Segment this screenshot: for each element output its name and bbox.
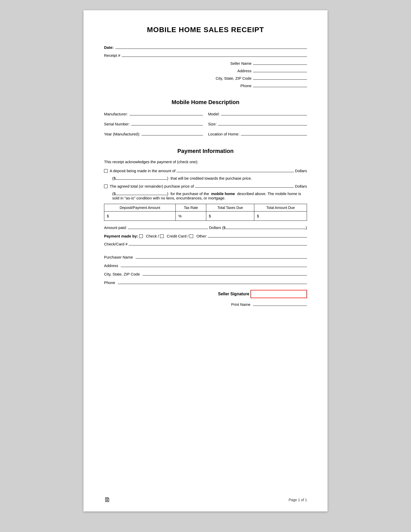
deposit-credit-text: that will be credited towards the purcha…	[171, 176, 252, 180]
amount-paid-suffix: Dollars ($	[209, 225, 226, 230]
agreed-purchase-row: ($) for the purchase of the mobile home …	[112, 190, 307, 200]
amount-paid-close: )	[306, 225, 307, 230]
page-title: MOBILE HOME SALES RECEIPT	[104, 26, 307, 34]
size-field[interactable]	[218, 121, 307, 125]
purchaser-city-label: City, State, ZIP Code	[104, 272, 140, 276]
seller-name-label: Seller Name	[230, 61, 251, 66]
seller-city-label: City, State, ZIP Code	[216, 76, 251, 80]
manufacturer-label: Manufacturer:	[104, 112, 128, 116]
seller-sig-row: Seller Signature	[218, 290, 307, 298]
check-card-row: Check/Card #	[104, 241, 307, 246]
seller-address-label: Address	[237, 69, 251, 73]
size-row: Size:	[208, 121, 307, 126]
description-grid: Manufacturer: Model: Serial Number: Size…	[104, 111, 307, 139]
checkcard-field[interactable]	[129, 241, 307, 245]
model-label: Model:	[208, 112, 220, 116]
date-label: Date:	[104, 45, 114, 50]
agreed-checkbox-row: The agreed total (or remainder) purchase…	[104, 183, 307, 188]
deposit-checkbox[interactable]	[104, 169, 108, 173]
print-name-row: Print Name	[231, 301, 307, 307]
table-cell-deposit[interactable]: $	[104, 212, 176, 221]
mobile-home-section-header: Mobile Home Description	[104, 99, 307, 106]
print-name-label: Print Name	[231, 302, 250, 307]
deposit-credit-row: ($) that will be credited towards the pu…	[112, 175, 307, 180]
purchaser-phone-row: Phone	[104, 279, 307, 285]
agreed-dollar-field[interactable]	[116, 190, 167, 195]
table-col4-header: Total Amount Due	[254, 204, 307, 212]
serial-row: Serial Number:	[104, 121, 203, 126]
dollar-open2: ($	[112, 191, 116, 196]
receipt-field[interactable]	[122, 52, 307, 57]
seller-phone-field[interactable]	[253, 82, 307, 87]
deposit-dollar-field[interactable]	[116, 175, 167, 180]
year-row: Year (Manufactured):	[104, 131, 203, 136]
location-row: Location of Home:	[208, 131, 307, 136]
footer: 🗎 Page 1 of 1	[104, 496, 307, 504]
table-cell-total[interactable]: $	[254, 212, 307, 221]
serial-field[interactable]	[131, 121, 203, 125]
purchaser-section: Purchaser Name Address City, State, ZIP …	[104, 254, 307, 285]
purchaser-name-field[interactable]	[136, 254, 307, 259]
checkcard-label: Check/Card #	[104, 242, 128, 246]
date-row: Date:	[104, 44, 307, 50]
mobile-home-bold-text: mobile home	[211, 191, 235, 196]
amount-paid-dollar-field[interactable]	[226, 224, 306, 229]
model-row: Model:	[208, 111, 307, 116]
purchaser-address-label: Address	[104, 263, 118, 268]
year-label: Year (Manufactured):	[104, 132, 140, 136]
check-label: Check /	[146, 234, 159, 238]
seller-section: Seller Name Address City, State, ZIP Cod…	[104, 60, 307, 90]
year-field[interactable]	[142, 131, 203, 135]
manufacturer-row: Manufacturer:	[104, 111, 203, 116]
location-field[interactable]	[241, 131, 307, 135]
other-field[interactable]	[208, 233, 307, 237]
table-cell-tax[interactable]: %	[176, 212, 206, 221]
deposit-checkbox-row: A deposit being made in the amount of Do…	[104, 168, 307, 173]
purchaser-city-field[interactable]	[143, 271, 307, 276]
date-field[interactable]	[115, 44, 307, 49]
seller-city-field[interactable]	[253, 75, 307, 80]
seller-phone-label: Phone	[240, 84, 251, 88]
other-label: Other:	[196, 234, 207, 238]
purchaser-phone-field[interactable]	[118, 279, 307, 284]
table-cell-taxes-due[interactable]: $	[206, 212, 254, 221]
seller-sig-box[interactable]	[250, 290, 307, 298]
agreed-checkbox[interactable]	[104, 185, 108, 188]
payment-section-header: Payment Information	[104, 148, 307, 154]
check-checkbox[interactable]	[139, 234, 143, 238]
seller-address-field[interactable]	[253, 68, 307, 72]
footer-icon: 🗎	[104, 496, 111, 504]
seller-name-row: Seller Name	[230, 60, 307, 66]
model-field[interactable]	[221, 111, 307, 115]
receipt-row: Receipt #	[104, 52, 307, 58]
print-name-field[interactable]	[253, 301, 307, 306]
seller-name-field[interactable]	[253, 60, 307, 65]
serial-label: Serial Number:	[104, 122, 130, 126]
purchaser-phone-label: Phone	[104, 280, 115, 285]
agreed-amount-field[interactable]	[195, 183, 294, 188]
seller-address-row: Address	[237, 68, 307, 73]
seller-city-row: City, State, ZIP Code	[216, 75, 307, 80]
payment-made-label: Payment made by:	[104, 234, 138, 238]
amount-paid-row: Amount paid: Dollars ($ )	[104, 224, 307, 230]
dollar-open: ($	[112, 176, 116, 180]
table-col1-header: Deposit/Payment Amount	[104, 204, 176, 212]
agreed-text: The agreed total (or remainder) purchase…	[110, 184, 194, 188]
manufacturer-field[interactable]	[129, 111, 203, 115]
size-label: Size:	[208, 122, 217, 126]
payment-made-row: Payment made by: Check / Credit Card / O…	[104, 233, 307, 238]
amount-paid-label: Amount paid:	[104, 225, 127, 230]
purchaser-address-field[interactable]	[121, 262, 307, 267]
page: MOBILE HOME SALES RECEIPT Date: Receipt …	[83, 10, 328, 511]
receipt-label: Receipt #	[104, 53, 120, 58]
purchaser-name-row: Purchaser Name	[104, 254, 307, 259]
deposit-suffix: Dollars	[295, 169, 307, 173]
credit-card-checkbox[interactable]	[160, 234, 164, 238]
deposit-amount-field[interactable]	[176, 168, 294, 172]
amount-paid-field[interactable]	[128, 224, 208, 229]
location-label: Location of Home:	[208, 132, 239, 136]
seller-phone-row: Phone	[240, 82, 307, 88]
other-checkbox[interactable]	[190, 234, 193, 238]
table-row: $ % $ $	[104, 212, 307, 221]
payment-intro-text: This receipt acknowledges the payment of…	[104, 160, 307, 164]
